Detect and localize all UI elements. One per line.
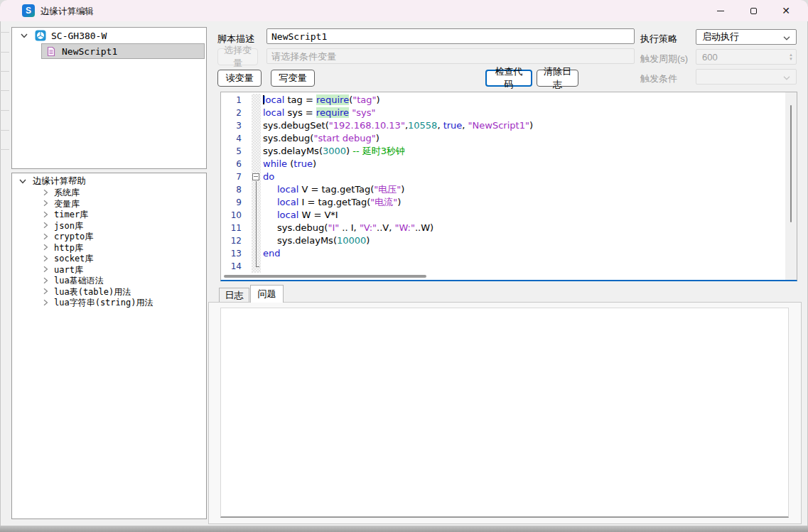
code-line[interactable]: end: [263, 247, 785, 260]
spinner-arrows-icon[interactable]: ▲▼: [789, 53, 793, 61]
code-line[interactable]: local I = tag.getTag("电流"): [263, 196, 785, 209]
help-tree-item[interactable]: 系统库: [12, 188, 206, 199]
help-tree-panel: 边缘计算帮助 系统库变量库timer库json库crypto库http库sock…: [11, 173, 207, 519]
help-root-label: 边缘计算帮助: [33, 175, 86, 188]
line-number: 5: [221, 145, 252, 158]
script-desc-input[interactable]: [266, 28, 635, 44]
line-number: 12: [221, 234, 252, 247]
code-line[interactable]: [263, 260, 785, 273]
script-label: NewScript1: [62, 46, 117, 57]
select-variable-button[interactable]: 选择变量: [217, 48, 258, 65]
help-item-label: timer库: [54, 209, 88, 221]
help-tree-item[interactable]: uart库: [12, 265, 206, 276]
condition-variable-input[interactable]: [266, 48, 635, 64]
script-icon: [45, 45, 57, 57]
help-item-label: socket库: [54, 253, 93, 265]
title-bar: S 边缘计算编辑 ✕: [0, 0, 808, 21]
check-code-button[interactable]: 检查代码: [485, 70, 532, 87]
help-tree-item[interactable]: lua字符串(string)用法: [12, 298, 206, 309]
code-line[interactable]: sys.debugSet("192.168.10.13",10558, true…: [263, 119, 785, 132]
help-item-label: http库: [54, 242, 83, 254]
help-tree-item[interactable]: lua基础语法: [12, 276, 206, 287]
close-button[interactable]: ✕: [770, 0, 802, 21]
chevron-right-icon[interactable]: [43, 287, 48, 297]
help-tree-root[interactable]: 边缘计算帮助: [12, 175, 206, 188]
chevron-right-icon[interactable]: [43, 232, 48, 242]
help-item-label: 变量库: [54, 198, 80, 210]
device-tree-panel: SC-GH380-W NewScript1: [11, 27, 207, 169]
code-line[interactable]: local V = tag.getTag("电压"): [263, 183, 785, 196]
chevron-right-icon[interactable]: [43, 243, 48, 253]
help-tree-item[interactable]: 变量库: [12, 199, 206, 210]
help-item-label: json库: [54, 220, 83, 232]
chevron-right-icon[interactable]: [43, 188, 48, 198]
tab-log[interactable]: 日志: [219, 288, 249, 303]
exec-policy-dropdown[interactable]: 启动执行: [696, 29, 797, 45]
fold-margin[interactable]: [252, 94, 261, 273]
trigger-period-label: 触发周期(s): [640, 53, 688, 65]
help-tree-item[interactable]: lua表(table)用法: [12, 287, 206, 298]
chevron-right-icon[interactable]: [43, 265, 48, 275]
maximize-button[interactable]: [737, 0, 770, 21]
line-number: 13: [221, 247, 252, 260]
code-editor[interactable]: 1234567891011121314 local tag = require(…: [220, 92, 797, 281]
help-item-label: 系统库: [54, 187, 80, 199]
chevron-down-icon[interactable]: [18, 30, 30, 41]
app-icon: S: [22, 4, 35, 17]
chevron-right-icon[interactable]: [43, 221, 48, 231]
code-line[interactable]: sys.delayMs(3000) -- 延时3秒钟: [263, 145, 785, 158]
code-line[interactable]: local tag = require("tag"): [263, 94, 785, 107]
fold-cell: [252, 222, 261, 234]
help-tree-children: 系统库变量库timer库json库crypto库http库socket库uart…: [12, 188, 206, 309]
trigger-period-spinbox[interactable]: 600 ▲▼: [696, 49, 797, 65]
line-number: 7: [221, 170, 252, 183]
fold-cell: [252, 234, 261, 247]
window-title: 边缘计算编辑: [41, 6, 94, 18]
chevron-right-icon[interactable]: [43, 199, 48, 209]
code-line[interactable]: sys.debug("I" .. I, "V:"..V, "W:"..W): [263, 222, 785, 234]
problem-list-area[interactable]: [220, 308, 789, 518]
chevron-down-icon[interactable]: [19, 176, 26, 188]
fold-cell: [252, 145, 261, 158]
help-tree-item[interactable]: http库: [12, 243, 206, 254]
tab-problem[interactable]: 问题: [250, 285, 284, 303]
code-line[interactable]: while (true): [263, 158, 785, 170]
exec-policy-value: 启动执行: [702, 31, 739, 43]
help-tree-item[interactable]: json库: [12, 221, 206, 232]
minimize-button[interactable]: [704, 0, 737, 21]
clear-log-button[interactable]: 清除日志: [537, 70, 578, 87]
fold-collapse-marker[interactable]: [252, 170, 261, 183]
help-tree-item[interactable]: socket库: [12, 254, 206, 265]
line-number: 10: [221, 209, 252, 222]
chevron-right-icon[interactable]: [43, 254, 48, 264]
fold-cell: [252, 183, 261, 196]
close-icon: ✕: [782, 5, 790, 16]
chevron-right-icon[interactable]: [43, 210, 48, 220]
help-tree-item[interactable]: crypto库: [12, 232, 206, 243]
fold-cell: [252, 158, 261, 170]
vertical-scrollbar-thumb[interactable]: [790, 105, 792, 222]
window-bottom-edge: [0, 526, 808, 532]
fold-cell: [252, 260, 261, 273]
write-variable-button[interactable]: 写变量: [271, 70, 315, 87]
code-line[interactable]: sys.delayMs(10000): [263, 234, 785, 247]
line-number: 6: [221, 158, 252, 170]
code-line[interactable]: sys.debug("start debug"): [263, 132, 785, 145]
code-line[interactable]: do: [263, 170, 785, 183]
device-tree-root[interactable]: SC-GH380-W: [12, 28, 206, 43]
chevron-down-icon: [783, 72, 790, 82]
read-variable-button[interactable]: 读变量: [217, 70, 262, 87]
code-area[interactable]: local tag = require("tag")local sys = re…: [261, 94, 785, 273]
fold-cell: [252, 107, 261, 119]
script-tree-item-selected[interactable]: NewScript1: [41, 43, 205, 59]
code-line[interactable]: local sys = require "sys": [263, 107, 785, 119]
help-item-label: lua表(table)用法: [54, 286, 131, 298]
trigger-condition-dropdown[interactable]: [696, 69, 797, 85]
chevron-right-icon[interactable]: [43, 276, 48, 286]
chevron-right-icon[interactable]: [43, 298, 48, 308]
horizontal-scrollbar-thumb[interactable]: [224, 275, 426, 278]
help-tree-item[interactable]: timer库: [12, 210, 206, 221]
code-line[interactable]: local W = V*I: [263, 209, 785, 222]
trigger-condition-label: 触发条件: [640, 72, 677, 85]
vertical-scrollbar[interactable]: [785, 92, 797, 280]
